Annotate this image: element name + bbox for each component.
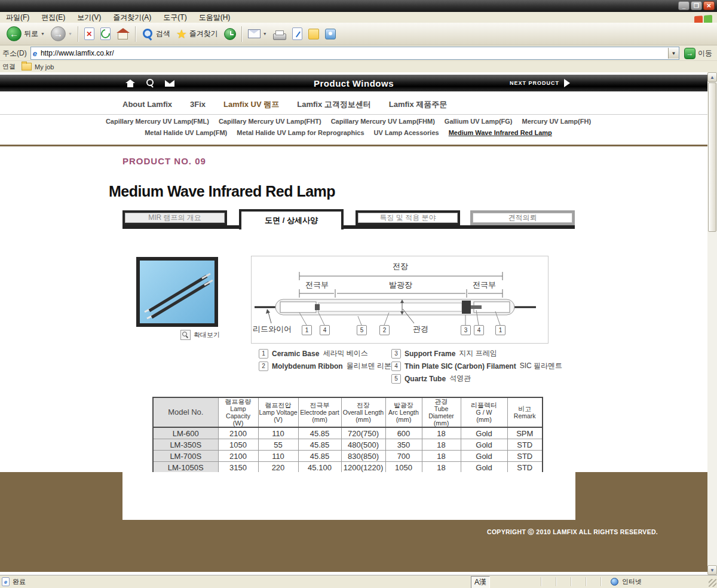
tab-drawing-specs[interactable]: 도면 / 상세사양 <box>239 209 344 229</box>
mail-button[interactable]: ▼ <box>245 24 270 44</box>
table-row: LM-350S10505545.85480(500)35018GoldSTD <box>153 439 543 451</box>
scroll-up-icon[interactable]: ▲ <box>707 72 717 82</box>
search-button[interactable]: 검색 <box>139 24 173 44</box>
back-icon: ← <box>7 26 22 41</box>
messenger-button[interactable] <box>322 24 339 44</box>
marker-1: 1 <box>302 325 312 335</box>
mail-dropdown-icon[interactable]: ▼ <box>263 32 267 36</box>
subnav-fht[interactable]: Capillary Mercury UV Lamp(FHT) <box>219 118 321 125</box>
links-item-myjob[interactable]: My job <box>35 63 54 71</box>
search-icon <box>142 28 154 40</box>
subnav-fhm[interactable]: Capillary Mercury UV Lamp(FHM) <box>331 118 435 125</box>
back-button[interactable]: ← 뒤로 ▼ <box>4 24 48 44</box>
toolbar-separator <box>135 26 136 42</box>
print-button[interactable] <box>270 24 289 44</box>
diagram-legend: 1Ceramic Base세라믹 베이스 2Molybdenum Ribbon몰… <box>259 347 391 372</box>
tab-mir-overview[interactable]: MIR 램프의 개요 <box>122 210 227 225</box>
scroll-down-icon[interactable]: ▼ <box>707 565 717 575</box>
legend-item-ceramic-base: 1Ceramic Base세라믹 베이스 <box>259 347 391 360</box>
menu-edit[interactable]: 편집(E) <box>35 12 71 23</box>
menu-view[interactable]: 보기(V) <box>71 12 107 23</box>
col-lamp-voltage: 램프전압Lamp Voltage(V) <box>258 397 298 427</box>
tab-quote-request[interactable]: 견적의뢰 <box>470 210 575 225</box>
edit-icon <box>292 27 302 40</box>
lamp-diagram: 전장 전극부 발광장 전극부 리드와이어 관경 1 4 5 2 3 4 1 <box>251 256 549 344</box>
notes-button[interactable] <box>305 24 322 44</box>
marker-1b: 1 <box>495 325 505 335</box>
copyright-text: COPYRIGHT ⓒ 2010 LAMFIX ALL RIGHTS RESER… <box>487 528 658 537</box>
toolbar-separator <box>78 26 79 42</box>
col-lamp-capacity: 램프용량Lamp Capacity(W) <box>218 397 258 427</box>
resize-grip[interactable] <box>709 579 716 587</box>
tab-features-applications[interactable]: 특징 및 적용 분야 <box>356 210 460 225</box>
nav-3fix[interactable]: 3Fix <box>190 100 206 109</box>
links-bar: 연결 My job <box>0 61 717 73</box>
enlarge-view-label: 확대보기 <box>194 330 220 339</box>
marker-2: 2 <box>379 325 390 335</box>
subnav-fm[interactable]: Metal Halide UV Lamp(FM) <box>145 129 227 136</box>
vertical-scrollbar[interactable]: ▲ ▼ <box>707 72 717 575</box>
back-dropdown-icon[interactable]: ▼ <box>41 32 45 36</box>
address-field[interactable]: e ▼ <box>30 47 679 60</box>
col-overall-length: 전장Overall Length(mm) <box>341 397 385 427</box>
marker-4b: 4 <box>474 325 484 335</box>
refresh-button[interactable] <box>97 24 114 44</box>
stop-button[interactable]: ✕ <box>81 24 97 44</box>
label-arc-length: 발광장 <box>389 280 412 290</box>
nav-about-lamfix[interactable]: About Lamfix <box>122 100 172 109</box>
folder-icon <box>22 63 32 71</box>
nav-product-order[interactable]: Lamfix 제품주문 <box>389 99 448 110</box>
spec-header-row: Model No. 램프용량Lamp Capacity(W) 램프전압Lamp … <box>153 397 543 427</box>
col-tube-diameter: 관경Tube Diameter(mm) <box>422 397 461 427</box>
menu-file[interactable]: 파일(F) <box>0 12 35 23</box>
restore-icon[interactable]: ❐ <box>691 1 702 10</box>
search-label: 검색 <box>156 29 170 39</box>
favorites-button[interactable]: ★ 즐겨찾기 <box>173 24 221 44</box>
divider-rule <box>0 145 707 146</box>
table-row: LM-600210011045.85720(750)60018GoldSPM <box>153 427 543 439</box>
subnav-fg[interactable]: Gallium UV Lamp(FG) <box>445 118 513 125</box>
col-remark: 비고Remark <box>507 397 543 427</box>
magnifier-icon <box>180 330 191 340</box>
forward-button[interactable]: → ▼ <box>48 24 75 44</box>
ime-indicator[interactable]: A漢 <box>471 576 490 588</box>
links-label: 연결 <box>0 62 22 71</box>
subnav-fh[interactable]: Mercury UV Lamp(FH) <box>522 118 592 125</box>
site-header-title: Product Windows <box>0 78 707 88</box>
label-electrode-right: 전극부 <box>473 280 496 290</box>
label-lead-wire: 리드와이어 <box>253 324 292 335</box>
home-icon <box>117 28 130 39</box>
col-reflector: 리플렉터G / W(mm) <box>461 397 507 427</box>
forward-dropdown-icon: ▼ <box>68 32 72 36</box>
menu-help[interactable]: 도움말(H) <box>193 12 237 23</box>
minimize-icon[interactable]: _ <box>678 1 690 10</box>
product-photo[interactable] <box>136 257 218 327</box>
subnav-reprographics[interactable]: Metal Halide UV Lamp for Reprographics <box>237 129 364 136</box>
toolbar: ← 뒤로 ▼ → ▼ ✕ 검색 ★ 즐겨찾기 ▼ <box>0 23 717 45</box>
scrollbar-thumb[interactable] <box>708 82 716 232</box>
nav-customer-center[interactable]: Lamfix 고객정보센터 <box>297 99 371 110</box>
subnav-medium-wave-infrared[interactable]: Medium Wave Infrared Red Lamp <box>449 129 552 136</box>
menu-tools[interactable]: 도구(T) <box>157 12 192 23</box>
next-product-button[interactable]: NEXT PRODUCT <box>510 79 570 87</box>
label-overall-length: 전장 <box>393 261 408 272</box>
home-button[interactable] <box>114 24 133 44</box>
legend-item-support-frame: 3Support Frame지지 프레임 <box>391 347 559 360</box>
subnav-accessories[interactable]: UV Lamp Acessories <box>374 129 439 136</box>
menu-favorites[interactable]: 즐겨찾기(A) <box>107 12 157 23</box>
internet-zone-text: 인터넷 <box>622 577 642 586</box>
label-electrode-left: 전극부 <box>305 280 329 290</box>
history-button[interactable] <box>221 24 239 44</box>
enlarge-view-button[interactable]: 확대보기 <box>180 330 220 340</box>
forward-icon: → <box>51 26 66 41</box>
address-dropdown-icon[interactable]: ▼ <box>668 48 679 59</box>
window-titlebar: _ ❐ ✕ <box>0 0 717 12</box>
edit-button[interactable] <box>289 24 305 44</box>
close-icon[interactable]: ✕ <box>703 1 715 10</box>
address-input[interactable] <box>39 48 668 59</box>
go-button[interactable]: → 이동 <box>679 48 717 59</box>
subnav-fml[interactable]: Capillary Mercury UV Lamp(FML) <box>106 118 209 125</box>
nav-lamfix-uv-lamp[interactable]: Lamfix UV 램프 <box>223 99 279 110</box>
go-label: 이동 <box>698 48 712 59</box>
col-model-no: Model No. <box>153 397 218 427</box>
